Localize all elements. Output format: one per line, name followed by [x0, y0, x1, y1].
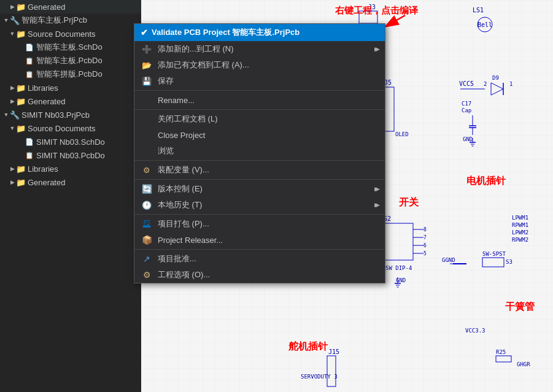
separator-2	[134, 109, 385, 110]
sch-icon-1: 📄	[25, 42, 34, 52]
expand-arrow-lib-1: ▶	[9, 84, 16, 91]
svg-text:SW-SPST: SW-SPST	[482, 251, 506, 257]
servo-label: 舵机插针	[288, 340, 328, 353]
menu-header[interactable]: ✔ Validate PCB Project 智能车主板.PrjPcb	[134, 24, 385, 41]
menu-item-add-existing[interactable]: 📂 添加已有文档到工程 (A)...	[134, 57, 385, 73]
tree-label-proj2: SIMIT Nb03.PrjPcb	[21, 110, 90, 120]
submenu-arrow-13: ▶	[374, 202, 379, 208]
menu-item-batch-approve[interactable]: ↗ 项目批准...	[134, 251, 385, 267]
svg-text:2: 2	[484, 81, 487, 87]
svg-text:RPWM1: RPWM1	[512, 222, 528, 228]
dropbox-icon: 🗳	[141, 218, 153, 230]
menu-item-close-doc-label: 关闭工程文档 (L)	[158, 113, 379, 125]
pcb-icon-1: 📋	[25, 56, 34, 66]
menu-item-close-project-label: Close Project	[158, 131, 379, 140]
menu-item-browse[interactable]: 浏览	[134, 143, 385, 159]
svg-text:1: 1	[509, 81, 512, 87]
tree-label-proj1: 智能车主板.PrjPcb	[21, 15, 87, 26]
menu-header-title: Validate PCB Project 智能车主板.PrjPcb	[152, 27, 300, 38]
menu-item-package[interactable]: 🗳 项目打包 (P)...	[134, 216, 385, 232]
tree-item-generated-2[interactable]: ▶ 📁 Generated	[0, 175, 141, 189]
folder-icon-source-2: 📁	[16, 123, 26, 133]
menu-item-assembly[interactable]: ⚙ 装配变量 (V)...	[134, 162, 385, 178]
pcb-icon-3: 📋	[25, 150, 34, 160]
separator-1	[134, 90, 385, 91]
switch-label: 开关	[399, 196, 419, 209]
add-existing-icon: 📂	[141, 59, 153, 71]
tree-item-proj2[interactable]: ▼ 🔧 SIMIT Nb03.PrjPcb	[0, 108, 141, 121]
tree-item-source-docs-2[interactable]: ▼ 📁 Source Documents	[0, 121, 141, 135]
separator-3	[134, 160, 385, 161]
tree-item-sch1[interactable]: 📄 智能车主板.SchDo	[0, 40, 141, 54]
approve-icon: ↗	[141, 253, 153, 265]
svg-text:6: 6	[423, 243, 427, 248]
svg-text:VCC5: VCC5	[459, 80, 474, 87]
tree-item-proj1[interactable]: ▼ 🔧 智能车主板.PrjPcb	[0, 13, 141, 27]
pcb-icon-2: 📋	[25, 69, 34, 79]
svg-text:R25: R25	[496, 349, 506, 355]
tree-item-pcb1[interactable]: 📋 智能车主板.PcbDo	[0, 54, 141, 67]
tree-label-source-1: Source Documents	[28, 29, 96, 39]
tree-item-libraries-1[interactable]: ▶ 📁 Libraries	[0, 81, 141, 94]
svg-text:GND: GND	[396, 277, 406, 283]
menu-item-version-control[interactable]: 🔄 版本控制 (E) ▶	[134, 181, 385, 197]
close-project-icon	[141, 129, 153, 141]
annotation-text: 右键工程，点击编译	[335, 5, 418, 17]
tree-label-pcb3: SIMIT Nb03.PcbDo	[36, 151, 105, 160]
menu-item-close-doc[interactable]: 关闭工程文档 (L)	[134, 111, 385, 127]
tree-item-generated-top[interactable]: ▶ 📁 Generated	[0, 0, 141, 13]
menu-item-local-history[interactable]: 🕐 本地历史 (T) ▶	[134, 197, 385, 213]
rename-icon	[141, 94, 153, 106]
close-doc-icon	[141, 113, 153, 125]
menu-item-project-options-label: 工程选项 (O)...	[158, 269, 379, 280]
submenu-arrow-0: ▶	[374, 46, 379, 52]
menu-item-close-project[interactable]: Close Project	[134, 127, 385, 143]
tree-item-sch2[interactable]: 📄 SIMIT Nb03.SchDo	[0, 135, 141, 148]
separator-6	[134, 249, 385, 250]
menu-item-project-releaser-label: Project Releaser...	[158, 236, 379, 245]
svg-text:GGND: GGND	[442, 257, 455, 263]
tree-item-libraries-2[interactable]: ▶ 📁 Libraries	[0, 162, 141, 175]
project-tree: ▶ 📁 Generated ▼ 🔧 智能车主板.PrjPcb ▼ 📁 Sourc…	[0, 0, 141, 392]
menu-item-rename[interactable]: Rename...	[134, 92, 385, 108]
motor-label: 电机插针	[466, 175, 506, 188]
expand-arrow-proj1: ▼	[2, 17, 10, 24]
menu-item-batch-approve-label: 项目批准...	[158, 253, 379, 264]
svg-text:RPWM2: RPWM2	[512, 237, 528, 243]
svg-text:LPWM1: LPWM1	[512, 215, 528, 221]
release-icon: 📦	[141, 234, 153, 246]
tree-item-pcb3[interactable]: 📋 SIMIT Nb03.PcbDo	[0, 148, 141, 162]
version-control-icon: 🔄	[141, 183, 153, 195]
context-menu: ✔ Validate PCB Project 智能车主板.PrjPcb ➕ 添加…	[134, 23, 385, 283]
svg-text:J15: J15	[328, 348, 339, 355]
expand-arrow-generated-top: ▶	[9, 3, 16, 10]
svg-text:GND: GND	[463, 136, 473, 142]
menu-item-project-options[interactable]: ⚙ 工程选项 (O)...	[134, 267, 385, 283]
menu-item-browse-label: 浏览	[158, 145, 379, 156]
svg-text:C17: C17	[462, 101, 471, 107]
sch-icon-2: 📄	[25, 137, 34, 147]
expand-arrow-proj2: ▼	[2, 111, 10, 118]
folder-icon-lib-1: 📁	[16, 83, 26, 93]
browse-icon	[141, 145, 153, 157]
tree-label-pcb1: 智能车主板.PcbDo	[36, 55, 102, 66]
menu-item-add-new[interactable]: ➕ 添加新的...到工程 (N) ▶	[134, 41, 385, 57]
tree-label-sch2: SIMIT Nb03.SchDo	[36, 137, 105, 147]
folder-icon-gen-2: 📁	[16, 177, 26, 187]
menu-item-local-history-label: 本地历史 (T)	[158, 199, 374, 210]
separator-4	[134, 179, 385, 180]
svg-text:LPWM2: LPWM2	[512, 229, 528, 236]
menu-item-project-releaser[interactable]: 📦 Project Releaser...	[134, 232, 385, 248]
expand-arrow-source-1: ▼	[9, 30, 16, 37]
tree-label-pcb2: 智能车拼版.PcbDo	[36, 69, 102, 80]
tree-item-generated-1[interactable]: ▶ 📁 Generated	[0, 94, 141, 108]
tree-item-pcb2[interactable]: 📋 智能车拼版.PcbDo	[0, 67, 141, 81]
menu-item-save[interactable]: 💾 保存	[134, 73, 385, 89]
tree-label-sch1: 智能车主板.SchDo	[36, 42, 102, 53]
menu-item-assembly-label: 装配变量 (V)...	[158, 164, 379, 175]
expand-arrow-pcb1	[17, 57, 25, 64]
tree-item-source-docs-1[interactable]: ▼ 📁 Source Documents	[0, 27, 141, 40]
svg-text:8: 8	[423, 227, 427, 233]
add-new-icon: ➕	[141, 43, 153, 55]
expand-arrow-gen-1: ▶	[9, 98, 16, 105]
